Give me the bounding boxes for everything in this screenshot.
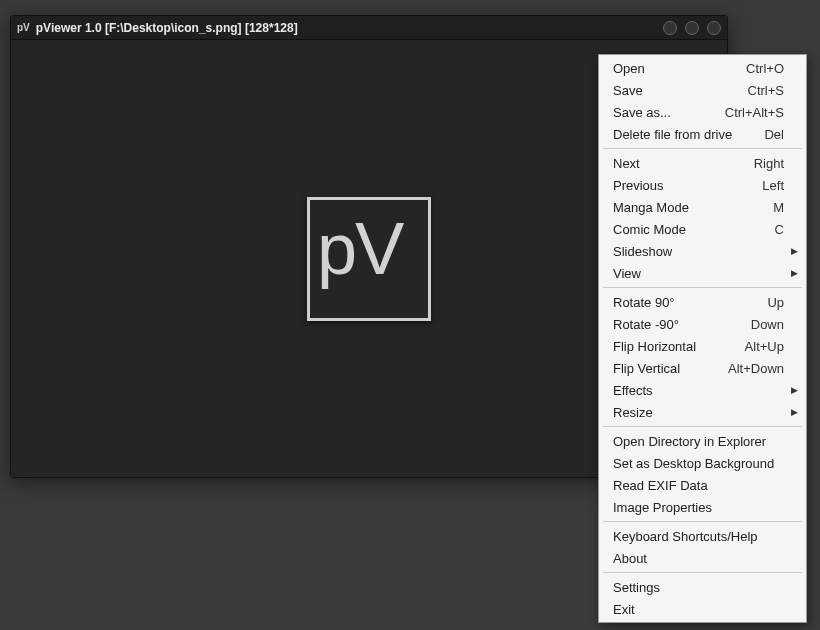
menu-item-label: Read EXIF Data xyxy=(613,478,784,493)
menu-item-label: Rotate -90° xyxy=(613,317,741,332)
menu-item-rotate-90[interactable]: Rotate 90°Up xyxy=(601,291,804,313)
menu-separator xyxy=(603,426,802,427)
menu-item-effects[interactable]: Effects▶ xyxy=(601,379,804,401)
menu-item-flip-vertical[interactable]: Flip VerticalAlt+Down xyxy=(601,357,804,379)
chevron-right-icon: ▶ xyxy=(791,246,798,256)
menu-item-label: Image Properties xyxy=(613,500,784,515)
svg-text:V: V xyxy=(355,216,405,290)
menu-item-label: Keyboard Shortcuts/Help xyxy=(613,529,784,544)
chevron-right-icon: ▶ xyxy=(791,407,798,417)
menu-item-view[interactable]: View▶ xyxy=(601,262,804,284)
menu-separator xyxy=(603,521,802,522)
menu-item-label: Resize xyxy=(613,405,784,420)
menu-item-label: View xyxy=(613,266,784,281)
menu-item-read-exif-data[interactable]: Read EXIF Data xyxy=(601,474,804,496)
menu-item-settings[interactable]: Settings xyxy=(601,576,804,598)
menu-item-shortcut: C xyxy=(775,222,784,237)
menu-item-label: Open Directory in Explorer xyxy=(613,434,784,449)
menu-item-previous[interactable]: PreviousLeft xyxy=(601,174,804,196)
window-title: pViewer 1.0 [F:\Desktop\icon_s.png] [128… xyxy=(36,21,663,35)
menu-item-shortcut: Del xyxy=(764,127,784,142)
menu-item-next[interactable]: NextRight xyxy=(601,152,804,174)
menu-item-label: Next xyxy=(613,156,744,171)
context-menu: OpenCtrl+OSaveCtrl+SSave as...Ctrl+Alt+S… xyxy=(598,54,807,623)
menu-item-shortcut: Ctrl+Alt+S xyxy=(725,105,784,120)
menu-separator xyxy=(603,572,802,573)
menu-item-keyboard-shortcuts-help[interactable]: Keyboard Shortcuts/Help xyxy=(601,525,804,547)
menu-item-label: Slideshow xyxy=(613,244,784,259)
menu-item-label: Save xyxy=(613,83,738,98)
chevron-right-icon: ▶ xyxy=(791,268,798,278)
menu-separator xyxy=(603,287,802,288)
pv-logo-icon: p V xyxy=(317,216,421,302)
menu-item-shortcut: Alt+Up xyxy=(745,339,784,354)
menu-item-label: Rotate 90° xyxy=(613,295,757,310)
menu-item-label: Previous xyxy=(613,178,752,193)
menu-item-resize[interactable]: Resize▶ xyxy=(601,401,804,423)
menu-item-slideshow[interactable]: Slideshow▶ xyxy=(601,240,804,262)
menu-item-label: Save as... xyxy=(613,105,715,120)
menu-item-about[interactable]: About xyxy=(601,547,804,569)
menu-item-shortcut: M xyxy=(773,200,784,215)
menu-item-image-properties[interactable]: Image Properties xyxy=(601,496,804,518)
menu-item-open[interactable]: OpenCtrl+O xyxy=(601,57,804,79)
menu-item-label: Delete file from drive xyxy=(613,127,754,142)
menu-item-label: Comic Mode xyxy=(613,222,765,237)
menu-item-label: Set as Desktop Background xyxy=(613,456,784,471)
menu-item-label: Exit xyxy=(613,602,784,617)
menu-item-exit[interactable]: Exit xyxy=(601,598,804,620)
menu-item-label: Flip Horizontal xyxy=(613,339,735,354)
menu-item-label: Open xyxy=(613,61,736,76)
menu-item-label: About xyxy=(613,551,784,566)
menu-item-label: Manga Mode xyxy=(613,200,763,215)
menu-item-shortcut: Alt+Down xyxy=(728,361,784,376)
menu-item-flip-horizontal[interactable]: Flip HorizontalAlt+Up xyxy=(601,335,804,357)
menu-item-label: Settings xyxy=(613,580,784,595)
chevron-right-icon: ▶ xyxy=(791,385,798,395)
menu-item-shortcut: Ctrl+S xyxy=(748,83,784,98)
menu-item-shortcut: Right xyxy=(754,156,784,171)
menu-item-manga-mode[interactable]: Manga ModeM xyxy=(601,196,804,218)
menu-item-set-as-desktop-background[interactable]: Set as Desktop Background xyxy=(601,452,804,474)
menu-item-comic-mode[interactable]: Comic ModeC xyxy=(601,218,804,240)
menu-item-open-directory-in-explorer[interactable]: Open Directory in Explorer xyxy=(601,430,804,452)
menu-item-save-as[interactable]: Save as...Ctrl+Alt+S xyxy=(601,101,804,123)
menu-item-rotate-90[interactable]: Rotate -90°Down xyxy=(601,313,804,335)
menu-item-shortcut: Down xyxy=(751,317,784,332)
menu-item-delete-file-from-drive[interactable]: Delete file from driveDel xyxy=(601,123,804,145)
svg-text:p: p xyxy=(317,216,357,289)
menu-item-shortcut: Left xyxy=(762,178,784,193)
menu-item-label: Effects xyxy=(613,383,784,398)
close-button[interactable] xyxy=(707,21,721,35)
menu-item-shortcut: Up xyxy=(767,295,784,310)
menu-separator xyxy=(603,148,802,149)
minimize-button[interactable] xyxy=(663,21,677,35)
menu-item-label: Flip Vertical xyxy=(613,361,718,376)
displayed-image: p V xyxy=(307,197,431,321)
menu-item-shortcut: Ctrl+O xyxy=(746,61,784,76)
menu-item-save[interactable]: SaveCtrl+S xyxy=(601,79,804,101)
window-controls xyxy=(663,21,721,35)
app-icon: pV xyxy=(17,22,30,33)
titlebar[interactable]: pV pViewer 1.0 [F:\Desktop\icon_s.png] [… xyxy=(11,16,727,40)
maximize-button[interactable] xyxy=(685,21,699,35)
